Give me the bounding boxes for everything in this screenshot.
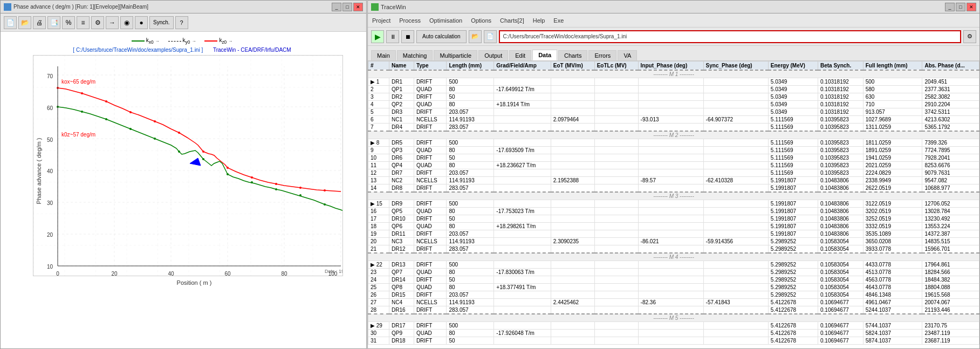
table-row[interactable]: 20NC3NCELLS114.911932.3090235-86.021-59.… — [368, 238, 979, 245]
percent-btn[interactable]: % — [62, 16, 75, 29]
tab-va[interactable]: VA — [618, 50, 637, 60]
play-btn[interactable]: ▶ — [371, 30, 384, 43]
left-minimize-btn[interactable]: _ — [332, 3, 341, 11]
table-row[interactable]: 9QP3QUAD80-17.693509 T/m5.1115690.103958… — [368, 147, 979, 154]
config-btn[interactable]: ⚙ — [963, 30, 976, 43]
table-cell — [703, 124, 768, 132]
table-row[interactable]: 12DR7DRIFT203.0575.1115690.103958232224.… — [368, 169, 979, 177]
table-cell: DR13 — [389, 261, 414, 269]
data-table-container[interactable]: # Name Type Length (mm) Grad/Field/Amp E… — [368, 61, 979, 348]
table-row[interactable]: 13NC2NCELLS114.911932.1952388-89.57-62.4… — [368, 177, 979, 184]
left-close-btn[interactable]: ✕ — [353, 3, 363, 11]
pause-btn[interactable]: ⏸ — [386, 30, 399, 43]
circle-btn[interactable]: ◉ — [120, 16, 133, 29]
table-cell — [494, 215, 551, 223]
table-row[interactable]: ▶ 15DR9DRIFT5005.19918070.104838063122.0… — [368, 200, 979, 208]
svg-point-47 — [251, 181, 253, 183]
table-cell: +18.298261 T/m — [494, 223, 551, 230]
table-row[interactable]: 21DR12DRIFT283.0575.29892520.10583054393… — [368, 245, 979, 254]
tab-main[interactable]: Main — [371, 50, 396, 60]
section-header-row: -------- M 5 -------- — [368, 314, 979, 322]
stop-btn[interactable]: ⏹ — [401, 30, 414, 43]
file-btn[interactable]: 📄 — [484, 30, 497, 43]
right-close-btn[interactable]: ✕ — [967, 3, 976, 11]
table-cell — [703, 86, 768, 93]
tab-data[interactable]: Data — [532, 50, 557, 60]
table-row[interactable]: 10DR6DRIFT505.1115690.103958231941.02597… — [368, 154, 979, 162]
menu-help[interactable]: Help — [532, 17, 546, 24]
tab-errors[interactable]: Errors — [588, 50, 616, 60]
folder-btn[interactable]: 📂 — [469, 30, 482, 43]
tab-matching[interactable]: Matching — [397, 50, 433, 60]
table-cell — [494, 299, 551, 306]
synch-button[interactable]: Synch. — [149, 16, 174, 29]
table-cell: 4643.0778 — [863, 284, 922, 291]
table-cell: 5.111569 — [768, 124, 818, 132]
menu-process[interactable]: Process — [398, 17, 422, 24]
table-cell: NCELLS — [414, 116, 447, 124]
svg-point-42 — [129, 128, 132, 130]
table-row[interactable]: 14DR8DRIFT283.0575.19918070.104838062622… — [368, 184, 979, 193]
menu-charts[interactable]: Charts[2] — [499, 17, 525, 24]
table-row[interactable]: 17DR10DRIFT505.19918070.104838063252.051… — [368, 215, 979, 223]
table-row[interactable]: 19DR11DRIFT203.0575.19918070.10483806353… — [368, 230, 979, 238]
table-row[interactable]: 28DR16DRIFT283.0575.41226780.10694677524… — [368, 306, 979, 314]
table-cell: 500 — [447, 78, 494, 86]
col-num: # — [368, 61, 389, 71]
dot-btn[interactable]: ● — [135, 16, 148, 29]
table-row[interactable]: 7DR4DRIFT283.0575.1115690.103958231311.0… — [368, 124, 979, 132]
table-cell: 20074.067 — [922, 299, 979, 306]
tab-charts[interactable]: Charts — [558, 50, 587, 60]
table-cell: 23687.119 — [922, 337, 979, 345]
table-cell: QP8 — [389, 284, 414, 291]
table-row[interactable]: ▶ 22DR13DRIFT5005.29892520.105830544433.… — [368, 261, 979, 269]
tab-edit[interactable]: Edit — [509, 50, 531, 60]
print-btn[interactable]: 🖨 — [33, 16, 46, 29]
section-header-row: -------- M 1 -------- — [368, 70, 979, 78]
menu-exe[interactable]: Exe — [552, 17, 565, 24]
open-btn[interactable]: 📂 — [18, 16, 31, 29]
new-btn[interactable]: 📄 — [4, 16, 17, 29]
tab-multiparticle[interactable]: Multiparticle — [434, 50, 477, 60]
table-row[interactable]: 31DR18DRIFT505.41226780.106946775874.103… — [368, 337, 979, 345]
table-cell: 5244.1037 — [863, 306, 922, 314]
table-cell: 500 — [863, 78, 922, 86]
table-cell: 0.10318192 — [818, 86, 863, 93]
table-row[interactable]: ▶ 8DR5DRIFT5005.1115690.103958231811.025… — [368, 139, 979, 147]
right-minimize-btn[interactable]: _ — [945, 3, 955, 11]
table-row[interactable]: 6NC1NCELLS114.911932.0979464-93.013-64.9… — [368, 116, 979, 124]
table-row[interactable]: 23QP7QUAD80-17.830063 T/m5.29892520.1058… — [368, 269, 979, 276]
table-row[interactable]: ▶ 1DR1DRIFT5005.03490.103181925002049.45… — [368, 78, 979, 86]
table-row[interactable]: 18QP6QUAD80+18.298261 T/m5.19918070.1048… — [368, 223, 979, 230]
settings-btn[interactable]: ⚙ — [91, 16, 104, 29]
table-row[interactable]: 25QP8QUAD80+18.377491 T/m5.29892520.1058… — [368, 284, 979, 291]
auto-calc-button[interactable]: Auto calculation — [416, 30, 467, 43]
left-restore-btn[interactable]: □ — [342, 3, 352, 11]
table-row[interactable]: 3DR2DRIFT505.03490.103181926302582.3082 — [368, 93, 979, 101]
doc-btn[interactable]: 📑 — [47, 16, 60, 29]
table-row[interactable]: ▶ 29DR17DRIFT5005.41226780.106946775744.… — [368, 322, 979, 330]
table-row[interactable]: 30QP9QUAD80-17.926048 T/m5.41226780.1069… — [368, 330, 979, 337]
table-row[interactable]: 5DR3DRIFT203.0575.03490.10318192913.0573… — [368, 108, 979, 116]
table-cell: 12 — [368, 169, 389, 177]
table-row[interactable]: 16QP5QUAD80-17.753023 T/m5.19918070.1048… — [368, 208, 979, 215]
list-btn[interactable]: ≡ — [77, 16, 90, 29]
table-cell — [494, 261, 551, 269]
tab-output[interactable]: Output — [478, 50, 508, 60]
help-button[interactable]: ? — [175, 16, 188, 29]
table-cell — [594, 200, 638, 208]
menu-optimisation[interactable]: Optimisation — [428, 17, 463, 24]
table-row[interactable]: 27NC4NCELLS114.911932.4425462-82.36-57.4… — [368, 299, 979, 306]
table-row[interactable]: 24DR14DRIFT505.29892520.105830544563.077… — [368, 276, 979, 284]
table-cell — [494, 200, 551, 208]
arrow-btn[interactable]: → — [106, 16, 119, 29]
right-panel: TraceWin _ □ ✕ Project Process Optimisat… — [367, 0, 980, 349]
table-row[interactable]: 2QP1QUAD80-17.649912 T/m5.03490.10318192… — [368, 86, 979, 93]
table-cell: 13553.224 — [922, 223, 979, 230]
table-row[interactable]: 26DR15DRIFT203.0575.29892520.10583054484… — [368, 291, 979, 299]
menu-project[interactable]: Project — [371, 17, 392, 24]
table-row[interactable]: 11QP4QUAD80+18.236627 T/m5.1115690.10395… — [368, 162, 979, 169]
right-restore-btn[interactable]: □ — [956, 3, 965, 11]
menu-options[interactable]: Options — [470, 17, 492, 24]
table-row[interactable]: 4QP2QUAD80+18.1914 T/m5.03490.1031819271… — [368, 101, 979, 108]
